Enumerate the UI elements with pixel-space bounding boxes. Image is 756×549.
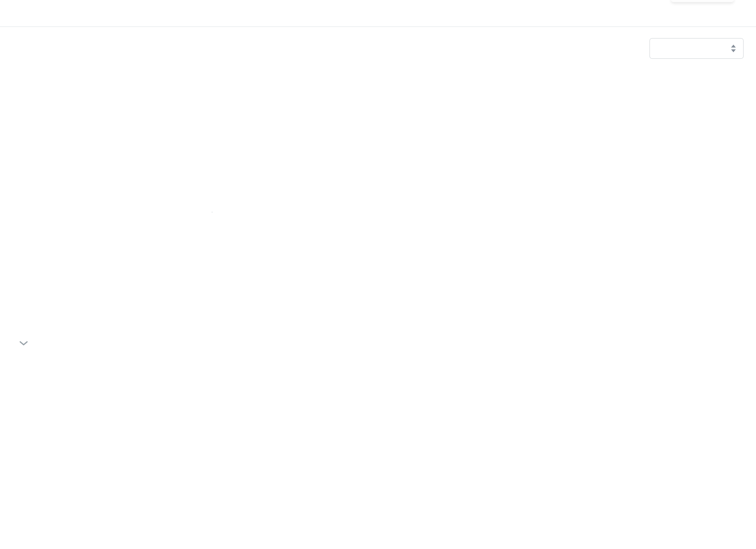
progress-track: [12, 155, 746, 160]
chevron-down-icon[interactable]: [19, 341, 28, 346]
report-subnav: [12, 34, 744, 59]
units-select[interactable]: [649, 38, 744, 59]
date-range-tabs: [212, 212, 213, 213]
chart-title-row: [12, 341, 28, 346]
activity-chart[interactable]: [0, 364, 756, 538]
top-nav: [0, 0, 756, 27]
cutoff-popup-remnant: [671, 0, 734, 2]
select-arrows-icon: [731, 45, 736, 52]
top-nav-items: [0, 0, 756, 26]
